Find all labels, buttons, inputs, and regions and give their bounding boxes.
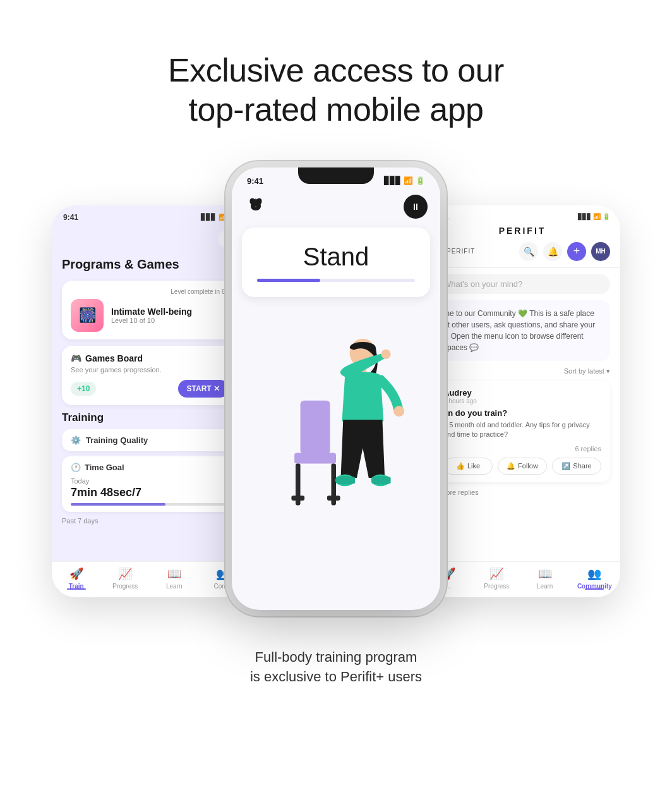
exercise-name: Stand [257, 243, 415, 271]
right-nav-active-indicator [585, 588, 604, 590]
xp-badge: +10 [71, 382, 96, 396]
header-section: Exclusive access to our top-rated mobile… [168, 51, 504, 130]
training-quality-item: ⚙️ Training Quality [62, 429, 237, 451]
games-board-title: 🎮 Games Board [71, 353, 229, 363]
svg-rect-4 [294, 453, 336, 463]
add-button[interactable]: + [567, 242, 586, 261]
right-train-icon: 🚀 [441, 567, 455, 581]
time-bar-bg [71, 503, 229, 506]
right-learn-icon: 📖 [538, 567, 552, 581]
bell-button[interactable]: 🔔 [543, 242, 562, 261]
games-card: 🎮 Games Board See your games progression… [62, 346, 237, 405]
phone-left: 9:41 ▊▊▊ 📶 🔋 ? Programs & Games Level co… [52, 205, 248, 597]
post-replies: 6 replies [443, 445, 601, 453]
center-logo [244, 193, 267, 220]
phones-container: 9:41 ▊▊▊ 📶 🔋 ? Programs & Games Level co… [52, 167, 620, 623]
right-nav-learn[interactable]: 📖 Learn [529, 567, 561, 590]
left-statusbar: 9:41 ▊▊▊ 📶 🔋 [52, 205, 248, 224]
follow-button[interactable]: 🔔 Follow [498, 458, 547, 475]
right-actions: 🔍 🔔 + MH [519, 242, 610, 261]
gear-icon: ⚙️ [71, 435, 81, 445]
share-button[interactable]: ↗️ Share [552, 458, 601, 475]
svg-point-11 [381, 350, 391, 359]
page-title: Exclusive access to our top-rated mobile… [168, 51, 504, 130]
search-button[interactable]: 🔍 [519, 242, 538, 261]
footer-section: Full-body training program is exclusive … [250, 648, 422, 687]
right-nav-community[interactable]: 👥 Community [577, 567, 612, 590]
figure-area [232, 305, 440, 520]
center-notch [298, 167, 374, 184]
post-actions: 👍 Like 🔔 Follow ↗️ Share [443, 458, 601, 475]
svg-rect-7 [291, 496, 304, 501]
figure-illustration [248, 317, 424, 520]
like-button[interactable]: 👍 Like [443, 458, 493, 475]
center-time: 9:41 [247, 176, 263, 186]
phone-center: 9:41 ▊▊▊ 📶 🔋 ⏸ [232, 167, 440, 610]
like-icon: 👍 [456, 462, 465, 470]
sort-row: Sort by latest ▾ [424, 367, 620, 380]
exercise-card: Stand [242, 228, 430, 297]
post-card: Audrey 2 hours ago en do you train? a 5 … [435, 380, 610, 482]
post-time: 2 hours ago [443, 398, 601, 404]
pause-icon: ⏸ [411, 202, 420, 212]
right-community-icon: 👥 [587, 567, 601, 581]
phone-right: 9:41 ▊▊▊ 📶 🔋 PERIFIT 🌸 PERIFIT 🔍 🔔 + MH … [424, 205, 620, 597]
share-icon: ↗️ [561, 462, 570, 470]
time-goal-label: 🕐 Time Goal [71, 463, 229, 472]
perifit-brand: PERIFIT [424, 221, 620, 238]
time-bar-fill [71, 503, 165, 506]
gamepad-icon: 🎮 [71, 353, 81, 363]
progress-icon: 📈 [118, 567, 132, 581]
nav-active-indicator [67, 588, 86, 590]
nav-train[interactable]: 🚀 Train [61, 567, 92, 590]
svg-rect-3 [301, 401, 330, 454]
training-section: Training ⚙️ Training Quality 🕐 Time Goal… [62, 411, 237, 525]
left-content: ? Programs & Games Level complete in 64 … [52, 224, 248, 530]
community-icon: 👥 [216, 567, 230, 581]
post-author: Audrey [443, 388, 601, 398]
post-title: en do you train? [443, 408, 601, 418]
past-7-days: Past 7 days [62, 517, 237, 525]
perifit-logo-small: 🌸 PERIFIT [435, 247, 475, 256]
program-info: Intimate Well-being Level 10 of 10 [111, 307, 192, 324]
right-nav-progress[interactable]: 📈 Progress [481, 567, 512, 590]
level-complete: Level complete in 64 [71, 288, 229, 295]
right-bottom-nav: 🚀 ... 📈 Progress 📖 Learn 👥 Community [424, 561, 620, 597]
program-item: 🎆 Intimate Well-being Level 10 of 10 [71, 299, 229, 332]
right-progress-icon: 📈 [489, 567, 503, 581]
train-icon: 🚀 [69, 567, 83, 581]
pause-button[interactable]: ⏸ [404, 195, 428, 219]
center-status-icons: ▊▊▊ 📶 🔋 [384, 176, 425, 185]
bell-icon: 🔔 [507, 462, 515, 470]
programs-card: Level complete in 64 🎆 Intimate Well-bei… [62, 281, 237, 339]
games-sub: See your games progression. [71, 366, 229, 374]
clock-icon: 🕐 [71, 463, 81, 472]
games-row: +10 START ✕ [71, 380, 229, 398]
footer-text: Full-body training program is exclusive … [250, 648, 422, 687]
time-goal-card: 🕐 Time Goal Today 7min 48sec/7 [62, 456, 237, 512]
start-button[interactable]: START ✕ [178, 380, 229, 398]
svg-rect-8 [327, 496, 340, 501]
sort-label[interactable]: Sort by latest ▾ [564, 367, 610, 375]
nav-learn[interactable]: 📖 Learn [159, 567, 190, 590]
user-avatar[interactable]: MH [591, 242, 610, 261]
exercise-progress-fill [257, 279, 320, 282]
more-replies: 3 more replies [424, 489, 620, 501]
nav-progress[interactable]: 📈 Progress [109, 567, 141, 590]
exercise-progress-bar [257, 279, 415, 282]
post-body: a 5 month old and toddler. Any tips for … [443, 420, 601, 440]
community-welcome: me to our Community 💚 This is a safe pla… [435, 300, 610, 361]
whats-on-mind[interactable]: What's on your mind? [435, 274, 610, 294]
svg-point-12 [393, 406, 404, 417]
learn-icon: 📖 [167, 567, 181, 581]
program-thumb: 🎆 [71, 299, 104, 332]
programs-games-title: Programs & Games [62, 257, 237, 272]
right-statusbar: 9:41 ▊▊▊ 📶 🔋 [424, 205, 620, 221]
left-bottom-nav: 🚀 Train 📈 Progress 📖 Learn 👥 Com... [52, 561, 248, 597]
center-header: ⏸ [232, 190, 440, 228]
training-title: Training [62, 411, 237, 424]
left-time: 9:41 [63, 213, 78, 222]
right-header-actions: 🌸 PERIFIT 🔍 🔔 + MH [424, 238, 620, 268]
